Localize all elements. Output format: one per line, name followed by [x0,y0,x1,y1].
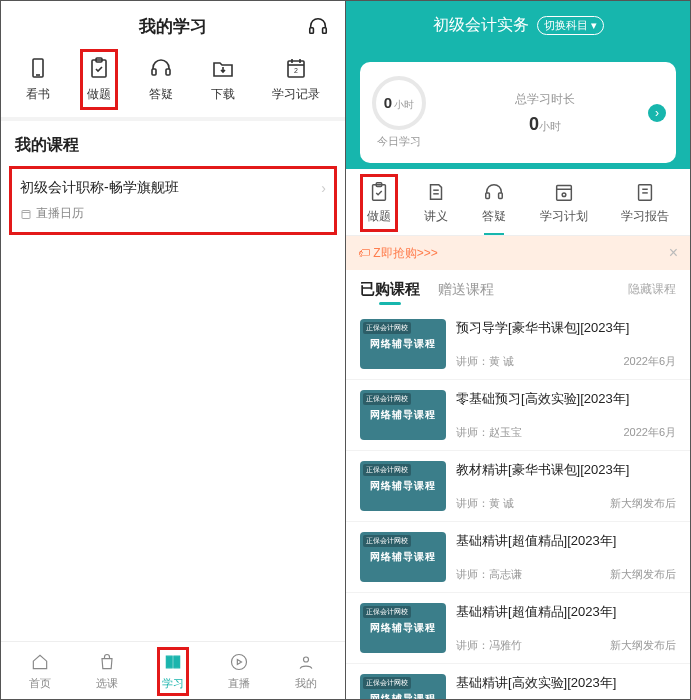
svg-rect-0 [310,28,314,34]
list-item-title: 零基础预习[高效实验][2023年] [456,390,676,408]
course-sub: 直播日历 [20,205,326,222]
nav-label: 看书 [26,86,50,103]
close-icon[interactable]: × [669,244,678,262]
svg-point-16 [303,657,308,662]
list-item[interactable]: 正保会计网校 网络辅导课程 基础精讲[高效实验][2023年] 讲师：吴福喜 新… [346,664,690,699]
rnav-plan[interactable]: 学习计划 [540,181,588,225]
today-val: 0 [384,94,392,111]
tab-study[interactable]: 学习 [162,652,184,691]
list-item-info: 基础精讲[高效实验][2023年] 讲师：吴福喜 新大纲发布后 [456,674,676,699]
svg-rect-22 [499,193,503,199]
study-summary[interactable]: 0小时 今日学习 总学习时长 0小时 › [360,62,676,163]
course-card[interactable]: 初级会计职称-畅学旗舰班 › 直播日历 [9,166,337,235]
rnav-report[interactable]: 学习报告 [621,181,669,225]
right-header: 初级会计实务 切换科目 ▾ [346,1,690,50]
section-title: 我的课程 [1,121,345,166]
total-unit: 小时 [539,120,561,132]
hide-courses-button[interactable]: 隐藏课程 [628,281,676,298]
rnav-label: 答疑 [482,208,506,225]
nav-label: 下载 [211,86,235,103]
list-item-title: 基础精讲[超值精品][2023年] [456,603,676,621]
headset-icon[interactable] [307,15,329,41]
list-item-title: 预习导学[豪华书课包][2023年] [456,319,676,337]
list-item[interactable]: 正保会计网校 网络辅导课程 零基础预习[高效实验][2023年] 讲师：赵玉宝 … [346,380,690,451]
switch-label: 切换科目 [544,18,588,33]
list-item-meta: 讲师：冯雅竹 新大纲发布后 [456,638,676,653]
svg-rect-7 [166,69,170,75]
tab-bought[interactable]: 已购课程 [360,280,420,299]
subject-title: 初级会计实务 [433,15,529,36]
tab-label: 直播 [228,676,250,691]
rnav-label: 学习报告 [621,208,669,225]
tab-live[interactable]: 直播 [228,652,250,691]
today-label: 今日学习 [377,134,421,149]
nav-label: 学习记录 [272,86,320,103]
svg-rect-21 [486,193,490,199]
tab-label: 首页 [29,676,51,691]
list-item-meta: 讲师：赵玉宝 2022年6月 [456,425,676,440]
tab-select[interactable]: 选课 [96,652,118,691]
list-item-title: 基础精讲[高效实验][2023年] [456,674,676,692]
course-thumb: 正保会计网校 网络辅导课程 [360,674,446,699]
course-title: 初级会计职称-畅学旗舰班 [20,179,179,197]
total-label: 总学习时长 [426,91,664,108]
left-pane: 我的学习 看书 做题 答疑 下载 2 学习记录 我的课程 初级会计职称-畅 [1,1,346,699]
rnav-notes[interactable]: 讲义 [424,181,448,225]
course-thumb: 正保会计网校 网络辅导课程 [360,532,446,582]
left-header: 我的学习 [1,1,345,48]
chevron-down-icon: ▾ [591,19,597,32]
summary-wrap: 0小时 今日学习 总学习时长 0小时 › [346,50,690,169]
nav-label: 答疑 [149,86,173,103]
nav-qa[interactable]: 答疑 [149,56,173,103]
svg-text:2: 2 [294,67,298,74]
nav-download[interactable]: 下载 [211,56,235,103]
right-pane: 初级会计实务 切换科目 ▾ 0小时 今日学习 总学习时长 0小时 › 做题 [346,1,690,699]
right-nav: 做题 讲义 答疑 学习计划 学习报告 [346,169,690,236]
svg-rect-1 [323,28,327,34]
course-thumb: 正保会计网校 网络辅导课程 [360,603,446,653]
nav-record[interactable]: 2 学习记录 [272,56,320,103]
tab-home[interactable]: 首页 [29,652,51,691]
rnav-label: 讲义 [424,208,448,225]
total-col: 总学习时长 0小时 [426,91,664,135]
svg-rect-6 [152,69,156,75]
list-item-info: 预习导学[豪华书课包][2023年] 讲师：黄 诚 2022年6月 [456,319,676,369]
list-item-info: 基础精讲[超值精品][2023年] 讲师：高志谦 新大纲发布后 [456,532,676,582]
list-item[interactable]: 正保会计网校 网络辅导课程 基础精讲[超值精品][2023年] 讲师：高志谦 新… [346,522,690,593]
svg-point-15 [232,655,247,670]
tab-label: 选课 [96,676,118,691]
switch-subject-button[interactable]: 切换科目 ▾ [537,16,604,35]
left-nav: 看书 做题 答疑 下载 2 学习记录 [1,48,345,117]
list-item-meta: 讲师：黄 诚 新大纲发布后 [456,496,676,511]
nav-practice[interactable]: 做题 [87,56,111,103]
list-item-info: 零基础预习[高效实验][2023年] 讲师：赵玉宝 2022年6月 [456,390,676,440]
list-item[interactable]: 正保会计网校 网络辅导课程 教材精讲[豪华书课包][2023年] 讲师：黄 诚 … [346,451,690,522]
course-tabs: 已购课程 赠送课程 隐藏课程 [346,270,690,309]
tab-me[interactable]: 我的 [295,652,317,691]
promo-banner[interactable]: 🏷 Z即抢购>>> × [346,236,690,270]
bottom-tabbar: 首页 选课 学习 直播 我的 [1,641,345,699]
rnav-practice[interactable]: 做题 [367,181,391,225]
course-sub-text: 直播日历 [36,205,84,222]
list-item-meta: 讲师：黄 诚 2022年6月 [456,354,676,369]
list-item[interactable]: 正保会计网校 网络辅导课程 基础精讲[超值精品][2023年] 讲师：冯雅竹 新… [346,593,690,664]
rnav-label: 做题 [367,208,391,225]
svg-point-25 [562,193,566,197]
nav-read[interactable]: 看书 [26,56,50,103]
rnav-label: 学习计划 [540,208,588,225]
list-item[interactable]: 正保会计网校 网络辅导课程 预习导学[豪华书课包][2023年] 讲师：黄 诚 … [346,309,690,380]
list-item-title: 基础精讲[超值精品][2023年] [456,532,676,550]
total-val: 0 [529,114,539,134]
course-list[interactable]: 正保会计网校 网络辅导课程 预习导学[豪华书课包][2023年] 讲师：黄 诚 … [346,309,690,699]
course-thumb: 正保会计网校 网络辅导课程 [360,390,446,440]
chevron-right-icon[interactable]: › [648,104,666,122]
list-item-title: 教材精讲[豪华书课包][2023年] [456,461,676,479]
course-thumb: 正保会计网校 网络辅导课程 [360,319,446,369]
course-title-row: 初级会计职称-畅学旗舰班 › [20,179,326,197]
course-thumb: 正保会计网校 网络辅导课程 [360,461,446,511]
tab-gift[interactable]: 赠送课程 [438,281,494,299]
list-item-meta: 讲师：高志谦 新大纲发布后 [456,567,676,582]
rnav-qa[interactable]: 答疑 [482,181,506,225]
list-item-info: 教材精讲[豪华书课包][2023年] 讲师：黄 诚 新大纲发布后 [456,461,676,511]
svg-rect-13 [22,210,30,218]
